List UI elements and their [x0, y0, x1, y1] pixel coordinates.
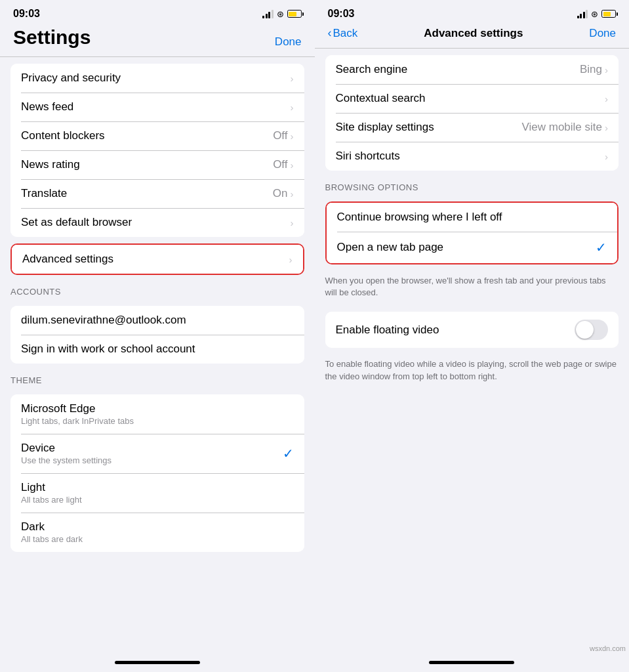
- left-status-icons: ⊛: [262, 9, 302, 19]
- continue-browsing-title: Continue browsing where I left off: [337, 211, 502, 224]
- advanced-settings-title: Advanced settings: [22, 253, 113, 266]
- news-rating-chevron: ›: [291, 159, 294, 171]
- contextual-search-chevron: ›: [605, 93, 608, 104]
- back-chevron-icon: ‹: [328, 26, 332, 40]
- search-engine-right: Bing ›: [580, 63, 608, 76]
- privacy-title: Privacy and security: [21, 72, 121, 85]
- default-browser-chevron: ›: [291, 217, 294, 228]
- theme-light-left: Light All tabs are light: [21, 481, 294, 505]
- left-panel: 09:03 ⊛ Settings Done Privacy and securi…: [0, 0, 315, 672]
- browsing-options-note: When you open the browser, we'll show a …: [315, 271, 630, 305]
- accounts-header: ACCOUNTS: [0, 282, 315, 299]
- news-feed-item[interactable]: News feed ›: [10, 93, 304, 121]
- floating-video-item[interactable]: Enable floating video: [325, 312, 619, 348]
- default-browser-item[interactable]: Set as default browser ›: [10, 208, 304, 237]
- siri-shortcuts-item[interactable]: Siri shortcuts ›: [325, 142, 619, 171]
- site-display-value: View mobile site: [521, 121, 602, 134]
- accounts-group: dilum.senevirathne@outlook.com Sign in w…: [10, 306, 304, 364]
- translate-right: On ›: [273, 187, 294, 200]
- content-blockers-chevron: ›: [291, 131, 294, 142]
- right-nav-title: Advanced settings: [424, 27, 523, 40]
- theme-edge-item[interactable]: Microsoft Edge Light tabs, dark InPrivat…: [10, 394, 304, 434]
- privacy-item[interactable]: Privacy and security ›: [10, 64, 304, 93]
- new-tab-checkmark: ✓: [596, 240, 607, 255]
- right-wifi-icon: ⊛: [591, 9, 598, 19]
- left-battery-icon: [287, 10, 302, 18]
- search-engine-item[interactable]: Search engine Bing ›: [325, 55, 619, 84]
- translate-title: Translate: [21, 187, 67, 200]
- floating-video-note: To enable floating video while a video i…: [315, 354, 630, 388]
- right-scroll-content: Search engine Bing › Contextual search ›…: [315, 49, 630, 656]
- floating-video-right: [575, 320, 608, 340]
- news-rating-title: News rating: [21, 158, 80, 171]
- content-blockers-value: Off: [273, 129, 287, 142]
- advanced-settings-group: Advanced settings ›: [10, 243, 304, 275]
- theme-light-subtitle: All tabs are light: [21, 495, 294, 505]
- work-signin-title: Sign in with work or school account: [21, 343, 195, 356]
- theme-device-left: Device Use the system settings: [21, 442, 283, 465]
- left-nav-done[interactable]: Done: [275, 35, 302, 49]
- work-signin-item[interactable]: Sign in with work or school account: [10, 335, 304, 364]
- translate-value: On: [273, 187, 288, 200]
- privacy-chevron: ›: [291, 73, 294, 84]
- right-status-icons: ⊛: [577, 9, 617, 19]
- news-rating-right: Off ›: [273, 158, 293, 171]
- theme-dark-item[interactable]: Dark All tabs are dark: [10, 513, 304, 552]
- back-label: Back: [333, 27, 358, 40]
- content-blockers-right: Off ›: [273, 129, 293, 142]
- left-nav-bar: Settings Done: [0, 24, 315, 56]
- main-settings-group: Privacy and security › News feed › Conte…: [10, 64, 304, 237]
- siri-shortcuts-right: ›: [605, 151, 608, 162]
- right-nav-bar: ‹ Back Advanced settings Done: [315, 24, 630, 48]
- contextual-search-item[interactable]: Contextual search ›: [325, 84, 619, 113]
- theme-device-subtitle: Use the system settings: [21, 455, 283, 465]
- left-status-bar: 09:03 ⊛: [0, 0, 315, 24]
- floating-video-toggle[interactable]: [575, 320, 608, 340]
- browsing-options-group: Continue browsing where I left off Open …: [325, 201, 619, 264]
- theme-light-item[interactable]: Light All tabs are light: [10, 473, 304, 513]
- content-blockers-title: Content blockers: [21, 129, 105, 142]
- browsing-options-header: BROWSING OPTIONS: [315, 177, 630, 195]
- news-rating-item[interactable]: News rating Off ›: [10, 150, 304, 179]
- left-nav-title: Settings: [13, 26, 91, 49]
- contextual-search-right: ›: [605, 93, 608, 104]
- site-display-title: Site display settings: [336, 121, 434, 134]
- floating-video-group: Enable floating video: [325, 312, 619, 348]
- left-wifi-icon: ⊛: [277, 9, 284, 19]
- email-item[interactable]: dilum.senevirathne@outlook.com: [10, 306, 304, 335]
- theme-edge-title: Microsoft Edge: [21, 402, 294, 415]
- floating-video-title: Enable floating video: [336, 324, 439, 337]
- theme-light-title: Light: [21, 481, 294, 494]
- theme-header: THEME: [0, 370, 315, 388]
- site-display-right: View mobile site ›: [521, 121, 608, 134]
- translate-item[interactable]: Translate On ›: [10, 179, 304, 208]
- search-engine-value: Bing: [580, 63, 602, 76]
- search-engine-title: Search engine: [336, 63, 408, 76]
- advanced-settings-right: ›: [289, 254, 293, 265]
- theme-dark-title: Dark: [21, 520, 294, 534]
- top-settings-group: Search engine Bing › Contextual search ›…: [325, 55, 619, 171]
- left-scroll-content: Privacy and security › News feed › Conte…: [0, 57, 315, 656]
- new-tab-item[interactable]: Open a new tab page ✓: [327, 232, 618, 263]
- right-signal-icon: [577, 10, 588, 18]
- advanced-settings-chevron: ›: [289, 254, 293, 265]
- theme-dark-subtitle: All tabs are dark: [21, 534, 294, 544]
- left-home-indicator: [0, 656, 315, 672]
- theme-device-right: ✓: [283, 446, 294, 461]
- theme-device-item[interactable]: Device Use the system settings ✓: [10, 434, 304, 473]
- continue-browsing-item[interactable]: Continue browsing where I left off: [327, 203, 618, 232]
- theme-edge-left: Microsoft Edge Light tabs, dark InPrivat…: [21, 402, 294, 426]
- news-rating-value: Off: [273, 158, 287, 171]
- advanced-settings-item[interactable]: Advanced settings ›: [12, 245, 303, 274]
- site-display-item[interactable]: Site display settings View mobile site ›: [325, 113, 619, 142]
- content-blockers-item[interactable]: Content blockers Off ›: [10, 121, 304, 150]
- right-nav-done[interactable]: Done: [589, 27, 616, 40]
- theme-dark-left: Dark All tabs are dark: [21, 520, 294, 544]
- news-feed-title: News feed: [21, 100, 73, 114]
- right-home-bar: [429, 661, 514, 664]
- right-nav-back[interactable]: ‹ Back: [328, 26, 358, 40]
- default-browser-title: Set as default browser: [21, 216, 132, 229]
- theme-device-checkmark: ✓: [283, 446, 294, 461]
- siri-shortcuts-chevron: ›: [605, 151, 608, 162]
- left-status-time: 09:03: [13, 8, 40, 20]
